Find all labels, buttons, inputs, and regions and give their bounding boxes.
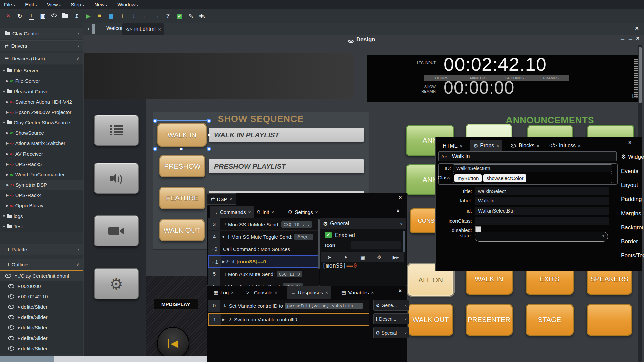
caret-icon[interactable]: ▶ — [17, 336, 21, 340]
field-value-label[interactable]: Walk In — [475, 197, 609, 205]
caret-icon[interactable]: ▶ — [222, 318, 225, 321]
dsp-tab-init[interactable]: ΩInit× — [253, 206, 277, 218]
stop-icon[interactable]: ■ — [95, 13, 104, 19]
refresh-icon[interactable]: ↻ — [15, 13, 24, 20]
caret-icon[interactable]: ▶ — [5, 79, 9, 83]
horizontal-scrollbar-thumb[interactable] — [0, 356, 54, 362]
splitter-grip[interactable] — [92, 24, 95, 34]
props-menu-layout[interactable]: Layout — [621, 182, 638, 189]
send-icon[interactable]: ➤ — [321, 254, 338, 260]
props-menu-border[interactable]: Border — [621, 238, 638, 245]
general-scrollbar-thumb[interactable] — [403, 231, 405, 252]
menu-step[interactable]: Step▾ — [71, 2, 84, 7]
close-tab-icon[interactable]: × — [231, 290, 234, 295]
field-value-title[interactable]: walkinSelect — [475, 187, 609, 195]
console-tab-variables[interactable]: ▤Variables× — [338, 286, 377, 299]
check-icon[interactable]: ✔ — [175, 13, 184, 19]
close-tab-icon[interactable]: × — [460, 144, 463, 149]
walk-out-light-button[interactable]: WALK OUT — [408, 304, 453, 336]
cue-list-button[interactable] — [94, 115, 139, 146]
device-tree-item[interactable]: ▶∞AV Receiver — [0, 148, 83, 159]
download-icon[interactable]: ↓ — [27, 12, 36, 20]
caret-icon[interactable]: ▶ — [17, 315, 21, 319]
console-tab-log[interactable]: ▦Log× — [210, 286, 237, 299]
back-icon[interactable]: ← — [141, 13, 150, 19]
caret-icon[interactable]: ▼ — [222, 235, 225, 239]
enabled-checkbox[interactable]: ✔ — [325, 232, 332, 238]
props-tab-init-css[interactable]: </>init.css× — [546, 140, 584, 152]
props-menu-widget[interactable]: ⚙Widget — [621, 153, 644, 160]
caret-icon[interactable]: ▶ — [17, 284, 21, 288]
device-tree-item[interactable]: ▶∞Oppo Bluray — [0, 200, 83, 211]
caret-icon[interactable]: ▼ — [2, 225, 6, 228]
caret-icon[interactable]: ▶ — [5, 193, 9, 197]
menu-edit[interactable]: Edit▾ — [25, 2, 37, 7]
help-icon[interactable]: ? — [164, 13, 172, 19]
eye-icon[interactable] — [8, 325, 14, 330]
device-tree-item[interactable]: ▶∞ShowSource — [0, 128, 83, 138]
preview-eye-icon[interactable] — [50, 13, 58, 19]
caret-icon[interactable]: ▶ — [17, 295, 21, 298]
device-tree-item[interactable]: ▼Test — [0, 221, 83, 232]
device-tree-item[interactable]: ▶∞UPS-Rack5 — [0, 159, 83, 169]
response-row[interactable]: 1▶⅄Switch on Variable controlID — [208, 313, 369, 326]
props-menu-padding[interactable]: Padding — [621, 196, 642, 203]
settings-button[interactable]: ⚙ — [94, 268, 139, 299]
side-button-gene[interactable]: ⚙Gene...‹ — [373, 300, 409, 311]
close-tab-icon[interactable]: × — [371, 290, 374, 295]
props-menu-fontstext[interactable]: Fonts/Text — [621, 252, 644, 259]
close-dsp-window-icon[interactable]: × — [399, 195, 402, 201]
stage-button[interactable]: STAGE — [526, 304, 574, 336]
side-button-descri[interactable]: ℹDescri...‹ — [373, 313, 409, 324]
sidebar-section-clay-center[interactable]: Clay Center ‹ — [0, 28, 83, 39]
caret-icon[interactable]: ▶ — [5, 131, 9, 135]
caret-icon[interactable]: ▶ — [6, 183, 10, 187]
caret-icon[interactable]: ▼ — [2, 121, 6, 124]
icon-input[interactable] — [351, 241, 401, 249]
caret-icon[interactable]: ▶ — [17, 305, 21, 309]
run-icon[interactable]: ▶ — [84, 13, 93, 20]
props-tab-html[interactable]: HTML× — [439, 140, 466, 152]
close-tab-icon[interactable]: × — [325, 290, 328, 295]
props-menu-events[interactable]: Events — [621, 168, 638, 175]
outline-item[interactable]: ▶delite/Slider — [0, 343, 83, 354]
close-tab-icon[interactable]: × — [248, 209, 251, 215]
eye-icon[interactable] — [8, 294, 14, 299]
collapse-sidebar-icon[interactable]: ‹ — [88, 26, 89, 32]
caret-icon[interactable]: ▼ — [2, 214, 6, 218]
disabled-checkbox[interactable] — [475, 226, 481, 232]
field-value-id[interactable]: WalkinSelectBtn — [475, 207, 609, 215]
close-icon[interactable]: × — [229, 197, 232, 202]
device-tree-item[interactable]: ▼Pleasant Grove — [0, 86, 83, 97]
caret-icon[interactable]: ▶ — [5, 162, 9, 166]
tab-init-dhtml[interactable]: </> init.dhtml × — [122, 23, 164, 35]
close-tab-icon[interactable]: × — [315, 209, 318, 215]
state-select[interactable] — [475, 232, 608, 242]
run-step-icon[interactable]: ▶▸ — [387, 254, 404, 260]
field-value-iconclass[interactable] — [475, 217, 609, 225]
caret-icon[interactable]: ▶ — [5, 110, 9, 114]
general-section-header[interactable]: ⚙ General ∨ — [320, 218, 406, 229]
outline-item[interactable]: ▶00:02:42.10 — [0, 291, 83, 302]
caret-icon[interactable]: ▶ — [5, 141, 9, 145]
console-tab-responses[interactable]: ←Responses× — [287, 286, 331, 299]
close-tab-icon[interactable]: × — [158, 27, 161, 32]
outline-item[interactable]: ▶delite/Slider — [0, 302, 83, 312]
menu-new[interactable]: New▾ — [94, 2, 107, 7]
device-tree-item[interactable]: ▼Clay Center ShowSource — [0, 117, 83, 128]
dsp-tab-settings[interactable]: ⚙Settings× — [285, 206, 321, 218]
forward-icon[interactable]: → — [152, 13, 161, 19]
walk-in-playlist-field[interactable]: WALK IN PLAYLIST — [209, 128, 364, 142]
caret-icon[interactable]: ▶ — [5, 204, 9, 207]
close-icon[interactable]: × — [4, 13, 13, 19]
sidebar-section-palette[interactable]: ❒ Palette ‹ — [0, 244, 83, 255]
close-editor-icon[interactable]: × — [635, 25, 639, 32]
caret-icon[interactable]: ▼ — [2, 89, 6, 93]
dsp-window-tab[interactable]: ⇄ DSP × — [207, 193, 236, 205]
caret-icon[interactable]: ▶ — [17, 347, 21, 350]
props-menu-background[interactable]: Background — [621, 224, 644, 231]
props-menu-margins[interactable]: Margins — [621, 210, 641, 217]
device-tree-item[interactable]: ▶∞Atlona Matrix Switcher — [0, 138, 83, 148]
device-tree-item[interactable]: ▼logs — [0, 211, 83, 221]
design-forward-icon[interactable]: → — [627, 35, 634, 42]
